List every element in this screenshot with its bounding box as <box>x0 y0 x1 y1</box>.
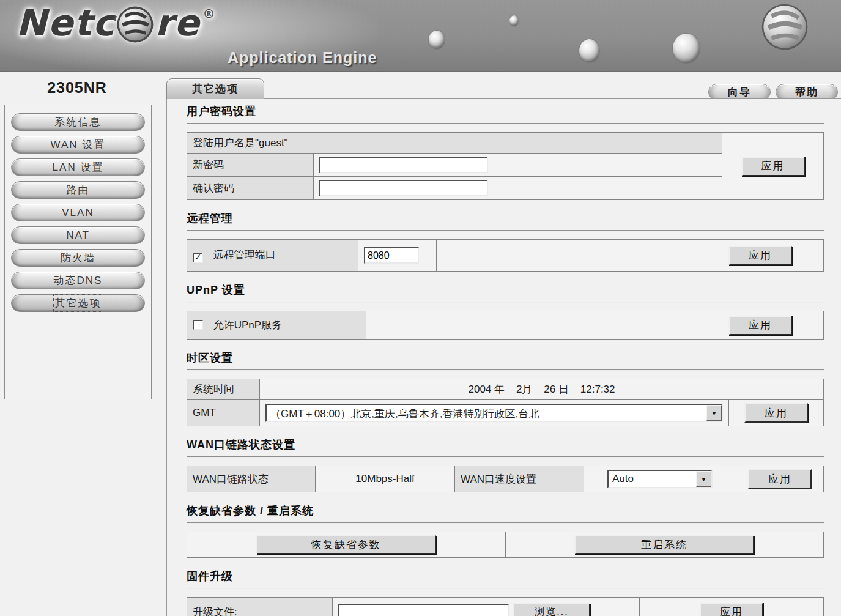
section-divider <box>187 230 824 231</box>
wan-apply-button[interactable]: 应用 <box>748 469 812 489</box>
remote-apply-button[interactable]: 应用 <box>728 246 792 265</box>
remote-port-cell <box>358 240 437 272</box>
upgrade-file-label: 升级文件: <box>187 598 333 616</box>
remote-port-label: 远程管理端口 <box>213 249 276 261</box>
firmware-section-title: 固件升级 <box>187 569 824 584</box>
registered-trademark-icon: ® <box>202 6 216 21</box>
restore-defaults-cell: 恢复缺省参数 <box>187 532 506 558</box>
system-time-value: 2004 年 2月 26 日 12:7:32 <box>260 379 824 400</box>
wan-speed-select[interactable]: Auto ▼ <box>607 470 713 488</box>
remote-section-title: 远程管理 <box>187 211 824 226</box>
upnp-enable-checkbox[interactable] <box>193 320 203 330</box>
section-divider <box>187 123 824 124</box>
password-apply-cell: 应用 <box>722 133 824 200</box>
reboot-cell: 重启系统 <box>505 532 824 558</box>
remote-apply-cell: 应用 <box>437 240 824 272</box>
sidebar-item-firewall[interactable]: 防火墙 <box>11 249 145 267</box>
reset-reboot-table: 恢复缺省参数 重启系统 <box>187 532 824 558</box>
brand-text-suffix: re <box>155 1 200 44</box>
tab-other-options[interactable]: 其它选项 <box>166 78 264 99</box>
remote-management-table: 远程管理端口 应用 <box>187 239 824 272</box>
sidebar-item-other-options[interactable]: 其它选项 <box>11 294 145 312</box>
wan-apply-cell: 应用 <box>736 466 824 492</box>
remote-port-option: 远程管理端口 <box>187 240 358 272</box>
firmware-apply-button[interactable]: 应用 <box>700 603 763 616</box>
table-row: 恢复缺省参数 重启系统 <box>187 532 824 558</box>
wan-speed-cell: Auto ▼ <box>584 466 736 492</box>
brand-text-prefix: Netc <box>16 1 116 44</box>
upnp-settings-table: 允许UPnP服务 应用 <box>187 311 824 340</box>
bubble-icon <box>429 31 445 49</box>
table-row: 远程管理端口 应用 <box>187 240 824 272</box>
chevron-down-icon[interactable]: ▼ <box>696 471 711 487</box>
chevron-down-icon[interactable]: ▼ <box>706 405 722 421</box>
wan-speed-selected-value: Auto <box>609 471 696 487</box>
wizard-button[interactable]: 向导 <box>708 84 771 100</box>
bubble-icon <box>579 39 599 62</box>
header-banner: Netc re ® Application Engine <box>0 0 841 72</box>
section-divider <box>187 522 824 524</box>
timezone-apply-button[interactable]: 应用 <box>744 403 808 423</box>
confirm-password-field[interactable] <box>319 180 488 196</box>
upgrade-file-input[interactable] <box>338 604 509 616</box>
gmt-select-cell: （GMT＋08:00）北京,重庆,乌鲁木齐,香港特别行政区,台北 ▼ <box>260 400 729 426</box>
timezone-table: 系统时间 2004 年 2月 26 日 12:7:32 GMT （GMT＋08:… <box>187 379 824 426</box>
section-divider <box>187 302 824 303</box>
wan-link-table: WAN口链路状态 10Mbps-Half WAN口速度设置 Auto ▼ 应用 <box>187 466 824 492</box>
sidebar-item-nat[interactable]: NAT <box>11 226 145 244</box>
upgrade-file-cell: 浏览... <box>333 598 640 616</box>
timezone-apply-cell: 应用 <box>729 400 824 426</box>
upnp-enable-option: 允许UPnP服务 <box>187 311 366 340</box>
password-apply-button[interactable]: 应用 <box>741 157 805 176</box>
new-password-label: 新密码 <box>187 154 314 177</box>
section-divider <box>187 456 824 458</box>
sidebar-item-lan-settings[interactable]: LAN 设置 <box>11 158 145 176</box>
password-settings-table: 登陆用户名是"guest" 应用 新密码 确认密码 <box>187 132 824 200</box>
table-row: GMT （GMT＋08:00）北京,重庆,乌鲁木齐,香港特别行政区,台北 ▼ 应… <box>187 400 824 426</box>
table-row: 系统时间 2004 年 2月 26 日 12:7:32 <box>187 379 824 400</box>
login-username-note: 登陆用户名是"guest" <box>187 133 722 154</box>
password-section-title: 用户密码设置 <box>187 104 824 119</box>
device-model-title: 2305NR <box>0 79 154 97</box>
wan-link-status-value: 10Mbps-Half <box>316 466 455 492</box>
table-row: WAN口链路状态 10Mbps-Half WAN口速度设置 Auto ▼ 应用 <box>187 466 824 492</box>
reboot-system-button[interactable]: 重启系统 <box>574 535 754 554</box>
section-divider <box>187 369 824 371</box>
globe-bubble-icon <box>760 1 809 53</box>
gmt-timezone-select[interactable]: （GMT＋08:00）北京,重庆,乌鲁木齐,香港特别行政区,台北 ▼ <box>265 404 723 422</box>
section-divider <box>187 588 824 589</box>
table-row: 升级文件: 浏览... 应用 <box>187 598 824 616</box>
bubble-icon <box>673 34 700 63</box>
upnp-apply-cell: 应用 <box>366 311 824 340</box>
reset-section-title: 恢复缺省参数 / 重启系统 <box>187 503 824 518</box>
remote-port-input[interactable] <box>364 247 419 264</box>
gmt-label: GMT <box>187 400 260 426</box>
firmware-apply-cell: 应用 <box>640 598 824 616</box>
content-panel: 用户密码设置 登陆用户名是"guest" 应用 新密码 确认密码 远程管理 远程… <box>166 98 841 616</box>
help-button[interactable]: 帮助 <box>776 84 838 100</box>
sidebar-item-wan-settings[interactable]: WAN 设置 <box>11 136 145 154</box>
confirm-password-label: 确认密码 <box>187 177 314 200</box>
wan-speed-label: WAN口速度设置 <box>455 466 584 492</box>
sidebar-item-routing[interactable]: 路由 <box>11 181 145 199</box>
upnp-enable-label: 允许UPnP服务 <box>213 319 282 331</box>
sidebar-item-vlan[interactable]: VLAN <box>11 204 145 221</box>
sidebar-item-dynamic-dns[interactable]: 动态DNS <box>11 272 145 289</box>
table-row: 登陆用户名是"guest" 应用 <box>187 133 824 154</box>
table-row: 允许UPnP服务 应用 <box>187 311 824 340</box>
application-engine-tagline: Application Engine <box>228 49 377 67</box>
restore-defaults-button[interactable]: 恢复缺省参数 <box>256 535 436 554</box>
wan-link-status-label: WAN口链路状态 <box>187 466 316 492</box>
upnp-section-title: UPnP 设置 <box>187 283 824 297</box>
browse-button[interactable]: 浏览... <box>513 603 590 616</box>
gmt-selected-value: （GMT＋08:00）北京,重庆,乌鲁木齐,香港特别行政区,台北 <box>267 405 706 421</box>
bubble-icon <box>509 15 519 26</box>
netcore-globe-icon <box>116 6 154 43</box>
netcore-logo: Netc re ® <box>16 1 216 44</box>
sidebar-item-system-info[interactable]: 系统信息 <box>11 113 145 131</box>
new-password-field[interactable] <box>319 157 488 173</box>
sidebar-menu: 系统信息 WAN 设置 LAN 设置 路由 VLAN NAT 防火墙 动态DNS… <box>4 105 152 399</box>
upnp-apply-button[interactable]: 应用 <box>728 316 792 335</box>
timezone-section-title: 时区设置 <box>187 351 824 365</box>
remote-port-checkbox[interactable] <box>193 253 203 263</box>
